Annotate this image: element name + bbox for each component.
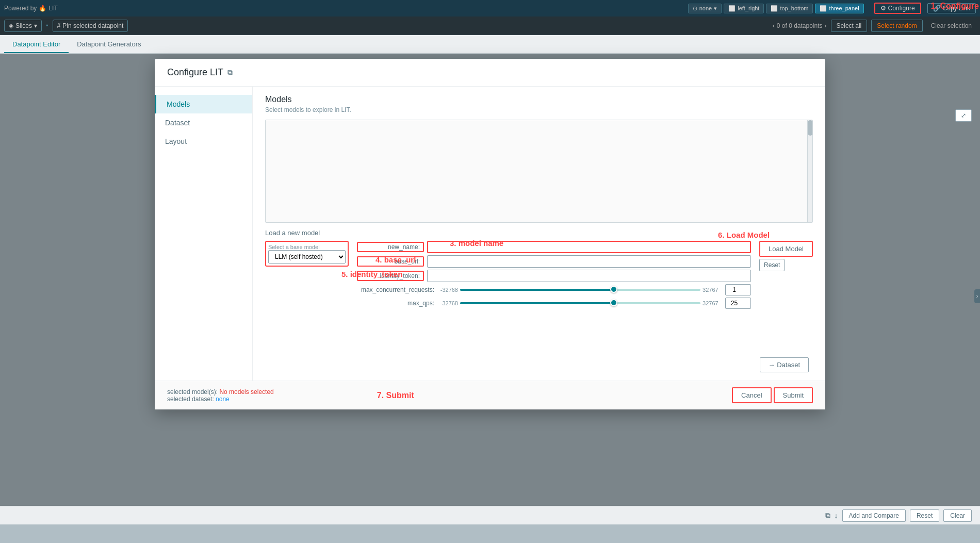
max-qps-row: max_qps: -32768 32767 — [357, 298, 751, 309]
main-content: Configure LIT ⧉ ⤢ Models Dataset — [0, 54, 980, 524]
identity-token-label: identity_token: — [357, 271, 424, 281]
max-concurrent-min: -32768 — [437, 287, 458, 293]
reset-model-button[interactable]: Reset — [759, 259, 785, 271]
max-qps-label: max_qps: — [357, 300, 434, 307]
base-model-label: Select a base model — [268, 244, 346, 250]
selected-models-status: selected model(s): No models selected — [167, 388, 274, 396]
layout-lr-icon: ⬜ — [728, 5, 736, 12]
right-panel-handle[interactable]: › — [974, 289, 980, 303]
layout-none-btn[interactable]: ⊙ none ▾ — [688, 4, 722, 13]
clear-selection-button[interactable]: Clear selection — [927, 20, 976, 31]
modal-main-content: Models Select models to explore in LIT. … — [253, 87, 825, 381]
layout-3p-icon: ⬜ — [820, 5, 827, 12]
reset-button[interactable]: Reset — [910, 509, 939, 522]
no-models-text: No models selected — [219, 388, 273, 396]
tab-bar: Datapoint Editor Datapoint Generators — [0, 35, 980, 54]
to-dataset-button[interactable]: → Dataset — [760, 357, 809, 372]
identity-token-input[interactable] — [427, 270, 751, 282]
tab-datapoint-editor[interactable]: Datapoint Editor — [4, 36, 69, 53]
load-model-btn-area: 6. Load Model Load Model Reset — [759, 241, 813, 271]
base-model-container: Select a base model LLM (self hosted) — [265, 241, 349, 267]
selected-dataset-status: selected dataset: none — [167, 396, 274, 403]
models-list-area[interactable] — [265, 120, 813, 223]
list-scrollbar[interactable] — [807, 120, 812, 222]
bottom-bar: ⧉ ↓ Add and Compare Reset Clear — [0, 506, 980, 524]
copy-icon[interactable]: ⧉ — [825, 511, 830, 520]
scrollbar-thumb — [808, 120, 813, 136]
max-qps-min: -32768 — [437, 300, 458, 306]
modal-sidebar: Models Dataset Layout — [155, 87, 253, 381]
clear-button[interactable]: Clear — [943, 509, 972, 522]
configure-button[interactable]: ⚙ Configure — [874, 3, 921, 14]
nav-next-icon[interactable]: › — [825, 22, 827, 29]
load-model-button[interactable]: Load Model — [759, 241, 813, 257]
link-icon: 🔗 — [933, 5, 941, 12]
base-url-label: base_url: — [357, 256, 424, 267]
base-model-select[interactable]: LLM (self hosted) — [268, 250, 346, 264]
layout-top-bottom-btn[interactable]: ⬜ top_bottom — [766, 4, 813, 13]
max-concurrent-slider[interactable] — [460, 289, 700, 291]
slices-button[interactable]: ◈ Slices ▾ — [4, 20, 42, 32]
select-all-button[interactable]: Select all — [831, 20, 868, 32]
layout-three-panel-btn[interactable]: ⬜ three_panel — [815, 4, 863, 13]
modal-header: Configure LIT ⧉ ⤢ — [155, 59, 825, 87]
sidebar-dataset[interactable]: Dataset — [155, 113, 252, 132]
pin-datapoint-button[interactable]: # Pin selected datapoint — [53, 20, 128, 32]
none-dataset-text: none — [216, 396, 230, 403]
max-concurrent-label: max_concurrent_requests: — [357, 286, 434, 293]
cancel-button[interactable]: Cancel — [732, 387, 771, 403]
base-url-row: base_url: — [357, 255, 751, 268]
modal-expand-btn[interactable]: ⤢ — [955, 109, 972, 122]
max-qps-slider[interactable] — [460, 302, 700, 304]
max-qps-slider-row: -32768 32767 — [437, 298, 751, 309]
layout-left-right-btn[interactable]: ⬜ left_right — [724, 4, 764, 13]
dropdown-arrow: ▾ — [34, 22, 37, 29]
download-icon[interactable]: ↓ — [835, 512, 838, 520]
flame-icon: 🔥 — [39, 5, 46, 12]
params-container: 3. model name new_name: 4. base_url — [357, 241, 751, 309]
external-link-icon[interactable]: ⧉ — [227, 68, 233, 77]
max-concurrent-slider-row: -32768 32767 — [437, 284, 751, 295]
models-section-subtitle: Select models to explore in LIT. — [265, 106, 813, 113]
max-concurrent-row: max_concurrent_requests: -32768 32767 — [357, 284, 751, 295]
new-name-row: new_name: — [357, 241, 751, 253]
footer-status: selected model(s): No models selected se… — [167, 388, 274, 403]
max-qps-number[interactable] — [725, 298, 751, 309]
load-model-section: Load a new model 2. LLM (self-hosted) Se… — [265, 229, 813, 309]
sidebar-layout[interactable]: Layout — [155, 132, 252, 151]
submit-button[interactable]: Submit — [774, 387, 813, 403]
configure-modal: Configure LIT ⧉ ⤢ Models Dataset — [155, 59, 825, 409]
load-model-label: Load a new model — [265, 229, 813, 237]
layout-tb-icon: ⬜ — [771, 5, 778, 12]
datapoints-nav: ‹ 0 of 0 datapoints › — [773, 22, 827, 29]
tab-datapoint-generators[interactable]: Datapoint Generators — [69, 36, 149, 53]
copy-link-button[interactable]: 🔗 Copy Link — [927, 3, 976, 13]
max-qps-max: 32767 — [703, 300, 723, 306]
identity-token-row: identity_token: — [357, 270, 751, 282]
brand: Powered by 🔥 LIT — [4, 5, 58, 12]
new-name-label: new_name: — [357, 242, 424, 252]
max-concurrent-number[interactable] — [725, 284, 751, 295]
second-bar: ◈ Slices ▾ • # Pin selected datapoint ‹ … — [0, 17, 980, 35]
slices-icon: ◈ — [9, 22, 13, 29]
sidebar-models[interactable]: Models — [155, 95, 252, 113]
top-bar: Powered by 🔥 LIT ⊙ none ▾ ⬜ left_right ⬜… — [0, 0, 980, 17]
layout-icon: ⊙ — [693, 5, 697, 12]
modal-title: Configure LIT — [167, 67, 223, 78]
nav-prev-icon[interactable]: ‹ — [773, 22, 775, 29]
add-compare-button[interactable]: Add and Compare — [842, 509, 906, 522]
annotation-submit: 7. Submit — [377, 391, 414, 400]
dataset-nav: → Dataset — [265, 357, 813, 372]
layout-buttons: ⊙ none ▾ ⬜ left_right ⬜ top_bottom ⬜ thr… — [688, 4, 864, 13]
new-name-input[interactable] — [427, 241, 751, 253]
base-url-input[interactable] — [427, 255, 751, 268]
modal-footer: selected model(s): No models selected se… — [155, 381, 825, 409]
modal-body: Models Dataset Layout Models Select mode… — [155, 87, 825, 381]
modal-overlay: Configure LIT ⧉ ⤢ Models Dataset — [0, 54, 980, 524]
select-random-button[interactable]: Select random — [871, 20, 922, 32]
models-section-title: Models — [265, 95, 813, 104]
max-concurrent-max: 32767 — [703, 287, 723, 293]
pin-icon: # — [57, 22, 61, 29]
gear-icon: ⚙ — [880, 5, 886, 12]
dropdown-icon: ▾ — [714, 5, 717, 12]
